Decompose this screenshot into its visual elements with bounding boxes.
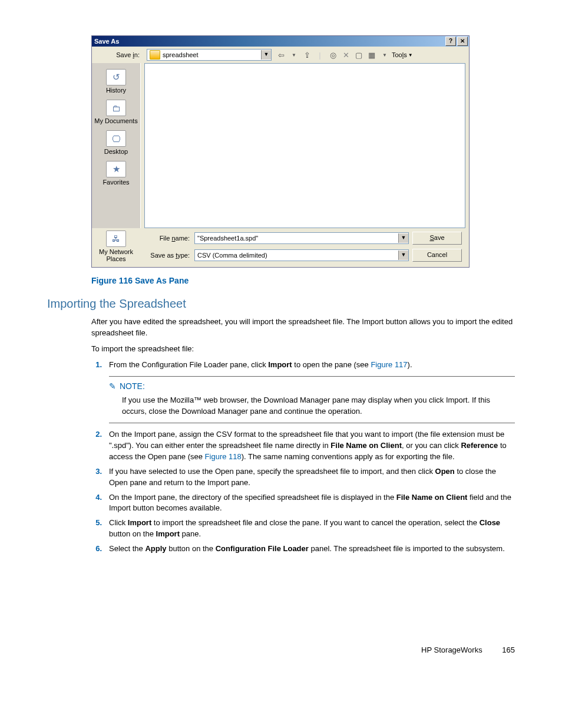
network-icon: 🖧 xyxy=(106,230,126,247)
figure-link-118[interactable]: Figure 118 xyxy=(205,452,242,461)
savetype-value: CSV (Comma delimited) xyxy=(195,252,398,259)
up-folder-icon[interactable]: ⇪ xyxy=(301,50,313,60)
lead-in: To import the spreadsheet file: xyxy=(91,344,515,355)
file-list-area[interactable] xyxy=(144,63,465,228)
step-4: 4. On the Import pane, the directory of … xyxy=(91,492,515,515)
places-sidebar: ↺ History 🗀 My Documents 🖵 Desktop ★ Fav… xyxy=(92,63,141,228)
section-heading: Importing the Spreadsheet xyxy=(47,297,515,311)
place-label: Favorites xyxy=(92,179,140,186)
step-1: 1. From the Configuration File Loader pa… xyxy=(91,360,515,371)
dialog-titlebar: Save As ? ✕ xyxy=(92,36,469,47)
chevron-down-icon: ▼ xyxy=(261,50,271,60)
save-in-dropdown[interactable]: spreadsheet ▼ xyxy=(147,49,272,61)
place-label: Desktop xyxy=(92,148,140,155)
dialog-title: Save As xyxy=(94,38,119,45)
desktop-icon: 🖵 xyxy=(106,130,126,147)
page-footer: HP StorageWorks 165 xyxy=(421,645,515,654)
step-2: 2. On the Import pane, assign the CSV fo… xyxy=(91,429,515,463)
new-folder-icon[interactable]: ▢ xyxy=(353,50,365,60)
save-in-label: Save in: xyxy=(95,51,143,58)
savetype-label: Save as type: xyxy=(144,252,191,259)
note-text: If you use the Mozilla™ web browser, the… xyxy=(122,395,515,417)
place-favorites[interactable]: ★ Favorites xyxy=(92,161,140,186)
views-menu-icon[interactable]: ▼ xyxy=(379,50,391,60)
folder-icon xyxy=(150,50,160,60)
savetype-dropdown[interactable]: CSV (Comma delimited) ▼ xyxy=(194,249,409,261)
cancel-button[interactable]: Cancel xyxy=(412,249,462,262)
step-3: 3. If you have selected to use the Open … xyxy=(91,466,515,489)
step-6: 6. Select the Apply button on the Config… xyxy=(91,543,515,555)
place-label: My Network Places xyxy=(92,248,140,262)
intro-paragraph: After you have edited the spreadsheet, y… xyxy=(91,317,515,339)
note-label: NOTE: xyxy=(120,380,145,392)
figure-caption: Figure 116 Save As Pane xyxy=(91,276,515,285)
documents-icon: 🗀 xyxy=(106,100,126,116)
search-web-icon[interactable]: ◎ xyxy=(327,50,339,60)
place-desktop[interactable]: 🖵 Desktop xyxy=(92,130,140,155)
place-label: My Documents xyxy=(92,117,140,124)
help-button[interactable]: ? xyxy=(445,37,456,46)
figure-link-117[interactable]: Figure 117 xyxy=(371,360,407,369)
filename-input[interactable]: "Spreadsheet1a.spd" ▼ xyxy=(194,232,409,244)
place-history[interactable]: ↺ History xyxy=(92,69,140,94)
note-block: ✎ NOTE: If you use the Mozilla™ web brow… xyxy=(109,376,515,423)
tools-menu[interactable]: Tools▼ xyxy=(392,50,413,60)
views-icon[interactable]: ▦ xyxy=(366,50,378,60)
place-label: History xyxy=(92,87,140,94)
step-5: 5. Click Import to import the spreadshee… xyxy=(91,518,515,540)
delete-icon[interactable]: ✕ xyxy=(340,50,352,60)
history-icon: ↺ xyxy=(106,69,126,85)
save-in-value: spreadsheet xyxy=(163,51,261,58)
chevron-down-icon: ▼ xyxy=(398,233,408,243)
back-icon[interactable]: ⇦ xyxy=(275,50,287,60)
save-button[interactable]: Save xyxy=(412,232,462,245)
back-menu-icon[interactable]: ▼ xyxy=(288,50,300,60)
footer-product: HP StorageWorks xyxy=(421,645,482,654)
close-button[interactable]: ✕ xyxy=(457,37,468,46)
place-my-documents[interactable]: 🗀 My Documents xyxy=(92,100,140,124)
filename-value: "Spreadsheet1a.spd" xyxy=(195,235,398,242)
chevron-down-icon: ▼ xyxy=(398,251,408,260)
note-icon: ✎ xyxy=(109,380,116,392)
footer-page-number: 165 xyxy=(502,645,515,654)
save-as-dialog: Save As ? ✕ Save in: spreadsheet ▼ ⇦ ▼ ⇪… xyxy=(91,35,470,268)
filename-label: File name: xyxy=(144,235,191,242)
favorites-icon: ★ xyxy=(106,161,126,177)
place-network[interactable]: 🖧 My Network Places xyxy=(92,230,140,262)
toolbar-icons: ⇦ ▼ ⇪ | ◎ ✕ ▢ ▦ ▼ Tools▼ xyxy=(275,50,413,60)
